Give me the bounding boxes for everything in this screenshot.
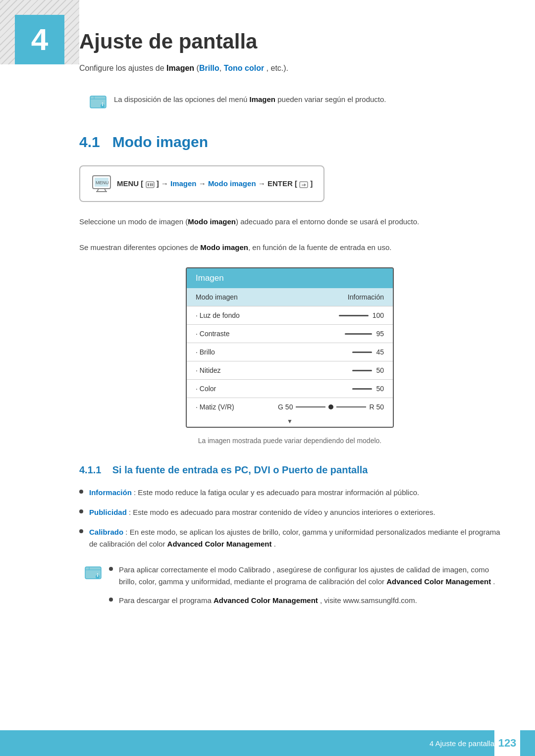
subsection-title-space: [104, 464, 109, 475]
inline-note-icon: [84, 566, 102, 582]
menu-bracket-icon: [146, 179, 157, 188]
list-item-informacion-text: Información : Este modo reduce la fatiga…: [89, 487, 419, 499]
menu-imagen: Imagen: [170, 179, 197, 188]
screen-row-nitidez-num: 50: [376, 366, 384, 374]
chapter-block: 4: [15, 15, 64, 64]
svg-rect-14: [150, 183, 152, 186]
svg-rect-15: [152, 183, 153, 186]
screen-row-contraste-num: 95: [376, 330, 384, 338]
desc2-strong: Modo imagen: [200, 243, 248, 252]
screen-row-luz: · Luz de fondo 100: [187, 306, 393, 325]
list-item-calibrado-text: Calibrado : En este modo, se aplican los…: [89, 526, 500, 550]
sub-bullet-1-text: Para aplicar correctamente el modo Calib…: [119, 564, 500, 588]
matiz-line2: [336, 406, 366, 407]
progress-color: [352, 388, 372, 390]
menu-path-text: MENU [ ] → Imagen → Modo imagen → ENTER …: [117, 179, 313, 188]
menu-icon: MENU: [91, 173, 112, 194]
matiz-g: G 50: [278, 403, 293, 411]
note-b1-acm: Advanced Color Management: [386, 577, 491, 586]
calibrado-acm: Advanced Color Management: [167, 540, 272, 548]
screen-row-nitidez-label: · Nitidez: [196, 361, 221, 379]
matiz-dot: [328, 404, 333, 409]
menu-label: MENU [: [117, 179, 143, 188]
list-item-publicidad: Publicidad : Este modo es adecuado para …: [79, 506, 500, 518]
matiz-center: G 50 R 50: [278, 403, 384, 411]
page-footer: 4 Ajuste de pantalla 123: [0, 730, 535, 756]
sub-bullet-2: Para descargar el programa Advanced Colo…: [109, 595, 500, 606]
desc2-end: , en función de la fuente de entrada en …: [248, 243, 391, 252]
list-item-publicidad-text: Publicidad : Este modo es adecuado para …: [89, 506, 435, 518]
note-b2-end: , visite www.samsunglfd.com.: [320, 596, 417, 605]
screen-caption: La imagen mostrada puede variar dependie…: [79, 437, 500, 445]
progress-nitidez: [352, 370, 372, 371]
svg-point-22: [97, 573, 98, 574]
screen-row-brillo-value: 45: [352, 348, 384, 356]
desc1-end: ) adecuado para el entorno donde se usar…: [236, 217, 419, 226]
screen-row-color-value: 50: [352, 385, 384, 393]
chapter-title: Ajuste de pantalla: [79, 30, 500, 53]
screen-row-modo-value: Información: [348, 293, 384, 301]
screen-row-matiz: · Matiz (V/R) G 50 R 50: [187, 398, 393, 416]
note-prefix: La disposición de las opciones del menú: [114, 95, 247, 103]
note-b1-end: .: [493, 577, 495, 586]
screen-row-color-label: · Color: [196, 380, 216, 398]
note-suffix: pueden variar según el producto.: [277, 95, 386, 103]
matiz-line: [296, 406, 325, 407]
sub-bullet-dot-1: [109, 567, 113, 571]
screen-row-nitidez-value: 50: [352, 366, 384, 374]
subtitle-end: , etc.).: [267, 64, 288, 72]
sub-bullet-dot-2: [109, 598, 113, 602]
inline-note: Para aplicar correctamente el modo Calib…: [79, 564, 500, 613]
screen-row-nitidez: · Nitidez 50: [187, 361, 393, 380]
calibrado-label: Calibrado: [89, 528, 123, 536]
footer-text: 4 Ajuste de pantalla: [429, 739, 494, 748]
subtitle-brillo: Brillo: [199, 64, 219, 72]
screen-row-luz-label: · Luz de fondo: [196, 306, 240, 324]
matiz-r: R 50: [369, 403, 384, 411]
sub-bullet-1: Para aplicar correctamente el modo Calib…: [109, 564, 500, 588]
menu-path-box: MENU MENU [ ] → Imagen → Modo imagen: [79, 165, 324, 202]
screen-row-brillo: · Brillo 45: [187, 343, 393, 361]
subtitle-prefix: Configure los ajustes de: [79, 64, 164, 72]
inline-note-content: Para aplicar correctamente el modo Calib…: [109, 564, 500, 613]
enter-icon: [299, 179, 310, 188]
bullet-dot-1: [79, 490, 83, 494]
list-item-informacion: Información : Este modo reduce la fatiga…: [79, 487, 500, 499]
svg-point-5: [102, 102, 103, 103]
informacion-text: : Este modo reduce la fatiga ocular y es…: [134, 488, 419, 497]
publicidad-label: Publicidad: [89, 508, 127, 516]
screen-mockup: Imagen Modo imagen Información · Luz de …: [186, 267, 394, 428]
publicidad-text: : Este modo es adecuado para mostrar con…: [129, 508, 435, 516]
menu-modo-imagen: Modo imagen: [208, 179, 256, 188]
screen-row-brillo-label: · Brillo: [196, 343, 215, 361]
section-desc-1: Seleccione un modo de imagen (Modo image…: [79, 216, 500, 228]
note-icon: [89, 95, 107, 109]
chapter-subtitle: Configure los ajustes de Imagen (Brillo,…: [79, 62, 500, 74]
progress-brillo: [352, 352, 372, 353]
screen-row-color: · Color 50: [187, 380, 393, 398]
note-b2-strong: Advanced Color Management: [214, 596, 318, 605]
chapter-number: 4: [31, 24, 48, 55]
screen-container: Imagen Modo imagen Información · Luz de …: [79, 267, 500, 428]
bullet-dot-3: [79, 529, 83, 533]
note-text: La disposición de las opciones del menú …: [114, 94, 386, 105]
subsection-number: 4.1.1: [79, 464, 101, 475]
main-content: Ajuste de pantalla Configure los ajustes…: [0, 0, 535, 653]
calibrado-text: : En este modo, se aplican los ajustes d…: [89, 528, 500, 548]
subsection-title: Si la fuente de entrada es PC, DVI o Pue…: [112, 464, 368, 475]
screen-row-brillo-num: 45: [376, 348, 384, 356]
note-b1-pre: Para aplicar correctamente el modo: [119, 565, 237, 574]
section-4-1-title: Modo imagen: [112, 134, 208, 150]
informacion-label: Información: [89, 488, 132, 497]
screen-row-matiz-label: · Matiz (V/R): [196, 403, 234, 411]
bullet-list: Información : Este modo reduce la fatiga…: [79, 487, 500, 550]
desc1-strong: Modo imagen: [188, 217, 236, 226]
note-box: La disposición de las opciones del menú …: [79, 94, 500, 109]
footer-chapter-text: 4 Ajuste de pantalla: [429, 739, 494, 748]
screen-row-contraste-value: 95: [345, 330, 384, 338]
screen-row-modo: Modo imagen Información: [187, 288, 393, 306]
section-4-1-number: 4.1: [79, 134, 108, 150]
screen-row-contraste: · Contraste 95: [187, 325, 393, 343]
note-b2-pre: Para descargar el programa: [119, 596, 212, 605]
subtitle-imagen: Imagen: [166, 64, 194, 72]
